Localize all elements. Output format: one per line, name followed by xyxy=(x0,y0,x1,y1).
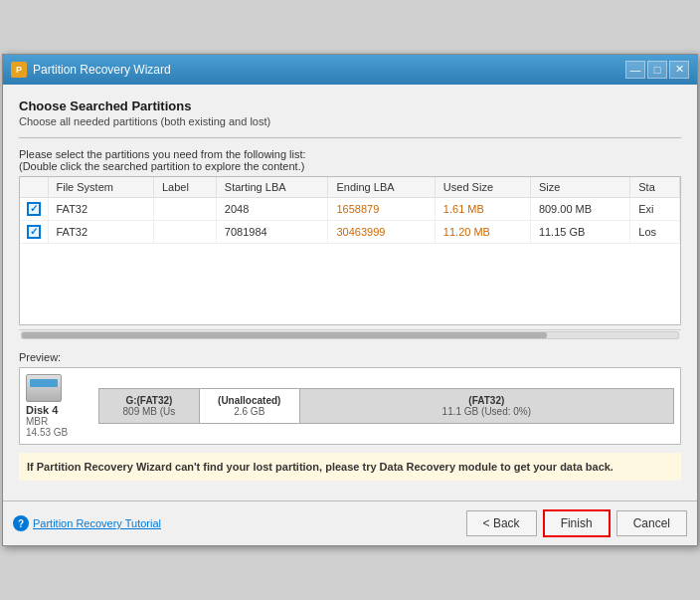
col-ending-lba: Ending LBA xyxy=(328,177,435,198)
instruction-text: Please select the partitions you need fr… xyxy=(19,148,681,172)
back-button[interactable]: < Back xyxy=(466,510,537,536)
row1-starting-lba: 2048 xyxy=(216,197,328,220)
row1-status: Exi xyxy=(630,197,680,220)
row2-filesystem: FAT32 xyxy=(48,220,154,243)
partition-1-label: G:(FAT32) xyxy=(125,395,172,406)
row2-status: Los xyxy=(630,220,680,243)
partition-2-size: 2.6 GB xyxy=(234,406,264,417)
partition-block-3: (FAT32) 11.1 GB (Used: 0%) xyxy=(300,389,673,423)
warning-text: If Partition Recovery Wizard can't find … xyxy=(27,461,613,473)
row2-ending-lba: 30463999 xyxy=(328,220,435,243)
partition-3-label: (FAT32) xyxy=(468,395,504,406)
row1-size: 809.00 MB xyxy=(530,197,629,220)
table-row[interactable]: FAT32 2048 1658879 1.61 MB 809.00 MB Exi xyxy=(20,197,680,220)
preview-label: Preview: xyxy=(19,351,681,363)
col-size: Size xyxy=(530,177,629,198)
disk-icon xyxy=(26,374,62,402)
window-controls: — □ ✕ xyxy=(625,61,689,79)
preview-disk: Disk 4 MBR 14.53 GB G:(FAT32) 809 MB (Us… xyxy=(19,367,681,445)
row2-used-size: 11.20 MB xyxy=(435,220,530,243)
col-checkbox xyxy=(20,177,48,198)
window-title: Partition Recovery Wizard xyxy=(33,63,625,77)
titlebar: P Partition Recovery Wizard — □ ✕ xyxy=(3,55,697,85)
help-icon: ? xyxy=(13,515,29,531)
minimize-button[interactable]: — xyxy=(625,61,645,79)
partition-1-size: 809 MB (Us xyxy=(123,406,176,417)
row1-filesystem: FAT32 xyxy=(48,197,154,220)
tutorial-link-text[interactable]: Partition Recovery Tutorial xyxy=(33,517,161,529)
warning-box: If Partition Recovery Wizard can't find … xyxy=(19,453,681,482)
section-subtitle: Choose all needed partitions (both exist… xyxy=(19,115,681,127)
scrollbar-thumb xyxy=(22,332,547,338)
main-content: Choose Searched Partitions Choose all ne… xyxy=(3,85,697,501)
disk-name: Disk 4 xyxy=(26,404,58,416)
col-used-size: Used Size xyxy=(435,177,530,198)
header-divider xyxy=(19,137,681,138)
row1-label xyxy=(154,197,217,220)
row2-size: 11.15 GB xyxy=(530,220,629,243)
col-label: Label xyxy=(154,177,217,198)
table-body: FAT32 2048 1658879 1.61 MB 809.00 MB Exi xyxy=(20,197,680,243)
horizontal-scrollbar[interactable] xyxy=(19,329,681,341)
close-button[interactable]: ✕ xyxy=(669,61,689,79)
row2-checkbox-cell[interactable] xyxy=(20,220,48,243)
row1-ending-lba: 1658879 xyxy=(328,197,435,220)
section-title: Choose Searched Partitions xyxy=(19,99,681,113)
row1-used-size: 1.61 MB xyxy=(435,197,530,220)
disk-partitions: G:(FAT32) 809 MB (Us (Unallocated) 2.6 G… xyxy=(98,388,674,424)
scrollbar-track[interactable] xyxy=(21,331,679,339)
partition-table: File System Label Starting LBA Ending LB… xyxy=(20,177,680,244)
partition-3-size: 11.1 GB (Used: 0%) xyxy=(442,406,531,417)
col-starting-lba: Starting LBA xyxy=(216,177,328,198)
col-filesystem: File System xyxy=(48,177,154,198)
row1-checkbox-cell[interactable] xyxy=(20,197,48,220)
disk-info: Disk 4 MBR 14.53 GB xyxy=(26,374,90,438)
partition-block-1: G:(FAT32) 809 MB (Us xyxy=(99,389,200,423)
bottom-bar: ? Partition Recovery Tutorial < Back Fin… xyxy=(3,500,697,545)
partition-2-label: (Unallocated) xyxy=(218,395,280,406)
row1-checkbox[interactable] xyxy=(27,202,41,216)
table-header: File System Label Starting LBA Ending LB… xyxy=(20,177,680,198)
help-link[interactable]: ? Partition Recovery Tutorial xyxy=(13,515,161,531)
table-row[interactable]: FAT32 7081984 30463999 11.20 MB 11.15 GB… xyxy=(20,220,680,243)
finish-button[interactable]: Finish xyxy=(543,509,611,537)
preview-section: Preview: Disk 4 MBR 14.53 GB G:(FAT32) 8… xyxy=(19,351,681,445)
cancel-button[interactable]: Cancel xyxy=(616,510,687,536)
row2-checkbox[interactable] xyxy=(27,225,41,239)
row2-starting-lba: 7081984 xyxy=(216,220,328,243)
row2-label xyxy=(154,220,217,243)
col-status: Sta xyxy=(630,177,680,198)
maximize-button[interactable]: □ xyxy=(647,61,667,79)
partition-table-container[interactable]: File System Label Starting LBA Ending LB… xyxy=(19,176,681,325)
main-window: P Partition Recovery Wizard — □ ✕ Choose… xyxy=(2,54,698,547)
partition-block-2: (Unallocated) 2.6 GB xyxy=(200,389,300,423)
disk-size: 14.53 GB xyxy=(26,427,68,438)
disk-type: MBR xyxy=(26,416,48,427)
app-icon: P xyxy=(11,62,27,78)
